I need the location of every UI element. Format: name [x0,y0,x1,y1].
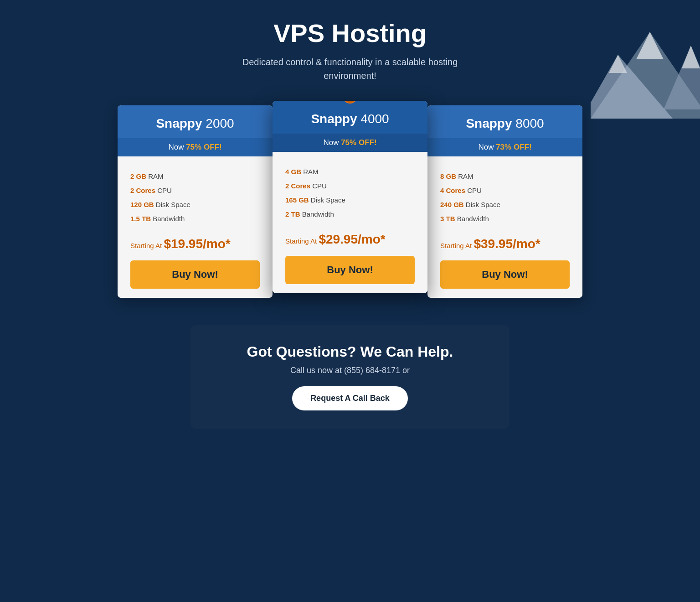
card-title: Snappy 8000 [437,116,573,131]
price-value: $39.95/mo* [474,237,540,251]
feature-item: 8 GB RAM [440,169,570,183]
page-title: VPS Hosting [236,18,464,48]
feature-list: 8 GB RAM 4 Cores CPU 240 GB Disk Space 3… [440,169,570,226]
price-value: $29.95/mo* [319,232,385,246]
feature-item: 165 GB Disk Space [285,193,415,207]
price-prefix: Starting At [440,242,474,249]
buy-button-snappy-8000[interactable]: Buy Now! [440,260,570,289]
price-prefix: Starting At [285,237,319,245]
price-row: Starting At $39.95/mo* [440,237,570,251]
cta-heading: Got Questions? We Can Help. [218,343,482,360]
buy-button-snappy-4000[interactable]: Buy Now! [285,256,415,284]
pricing-cards: Snappy 2000 Now 75% OFF! 2 GB RAM 2 Core… [99,105,601,298]
svg-marker-5 [682,46,700,68]
svg-marker-3 [609,55,627,73]
card-header: Snappy 2000 [118,105,273,138]
card-title: Snappy 2000 [127,116,263,131]
card-body: 2 GB RAM 2 Cores CPU 120 GB Disk Space 1… [118,156,273,298]
pricing-card-snappy-8000: Snappy 8000 Now 73% OFF! 8 GB RAM 4 Core… [427,105,582,298]
feature-item: 2 Cores CPU [285,179,415,193]
discount-text: Now 75% OFF! [277,138,423,147]
card-body: 4 GB RAM 2 Cores CPU 165 GB Disk Space 2… [273,152,427,293]
card-header: Snappy 8000 [427,105,582,138]
svg-marker-4 [664,46,700,109]
feature-item: 1.5 TB Bandwidth [130,212,260,226]
feature-list: 2 GB RAM 2 Cores CPU 120 GB Disk Space 1… [130,169,260,226]
discount-bar: Now 75% OFF! [273,134,427,152]
pricing-card-snappy-4000: ♪ We Recommend Snappy 4000 Now 75% OFF! … [273,101,427,293]
discount-bar: Now 73% OFF! [427,138,582,156]
page-subtitle: Dedicated control & functionality in a s… [236,55,464,83]
card-title: Snappy 4000 [282,112,418,126]
card-body: 8 GB RAM 4 Cores CPU 240 GB Disk Space 3… [427,156,582,298]
discount-text: Now 73% OFF! [432,143,578,152]
feature-list: 4 GB RAM 2 Cores CPU 165 GB Disk Space 2… [285,165,415,221]
svg-marker-0 [591,32,700,119]
pricing-card-snappy-2000: Snappy 2000 Now 75% OFF! 2 GB RAM 2 Core… [118,105,273,298]
price-prefix: Starting At [130,242,164,249]
discount-bar: Now 75% OFF! [118,138,273,156]
price-value: $19.95/mo* [164,237,230,251]
discount-text: Now 75% OFF! [122,143,268,152]
feature-item: 120 GB Disk Space [130,197,260,212]
cta-body: Call us now at (855) 684-8171 or [218,366,482,375]
price-row: Starting At $19.95/mo* [130,237,260,251]
svg-marker-1 [591,55,673,119]
feature-item: 4 GB RAM [285,165,415,179]
feature-item: 240 GB Disk Space [440,197,570,212]
header-section: VPS Hosting Dedicated control & function… [236,18,464,83]
mountain-decoration [591,27,700,128]
feature-item: 2 GB RAM [130,169,260,183]
cta-section: Got Questions? We Can Help. Call us now … [190,325,510,429]
callback-button[interactable]: Request A Call Back [292,386,408,410]
svg-marker-2 [636,32,664,59]
card-header: Snappy 4000 [273,101,427,134]
feature-item: 2 TB Bandwidth [285,207,415,221]
price-row: Starting At $29.95/mo* [285,232,415,247]
feature-item: 4 Cores CPU [440,183,570,197]
buy-button-snappy-2000[interactable]: Buy Now! [130,260,260,289]
feature-item: 3 TB Bandwidth [440,212,570,226]
feature-item: 2 Cores CPU [130,183,260,197]
